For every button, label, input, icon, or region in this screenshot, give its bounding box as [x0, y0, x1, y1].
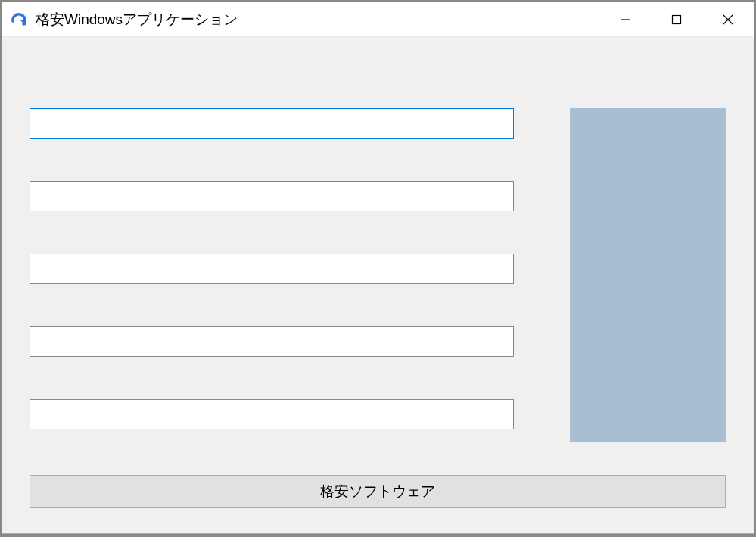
client-area: 格安ソフトウェア: [2, 37, 754, 533]
text-input-3[interactable]: [30, 254, 514, 284]
minimize-icon: [620, 14, 630, 25]
window-title: 格安Windowsアプリケーション: [36, 10, 599, 30]
main-action-button[interactable]: 格安ソフトウェア: [30, 475, 726, 508]
close-button[interactable]: [702, 2, 754, 36]
minimize-button[interactable]: [599, 2, 651, 36]
app-icon: [10, 11, 28, 29]
text-input-2[interactable]: [30, 181, 514, 211]
close-icon: [723, 14, 733, 25]
svg-rect-1: [673, 15, 681, 23]
application-window: 格安Windowsアプリケーション: [2, 2, 754, 534]
side-panel: [570, 108, 726, 442]
maximize-button[interactable]: [651, 2, 702, 36]
text-input-4[interactable]: [30, 326, 514, 357]
text-input-1[interactable]: [30, 108, 514, 139]
titlebar[interactable]: 格安Windowsアプリケーション: [2, 2, 754, 37]
window-controls: [599, 2, 754, 36]
text-input-5[interactable]: [30, 399, 514, 429]
maximize-icon: [671, 14, 682, 25]
